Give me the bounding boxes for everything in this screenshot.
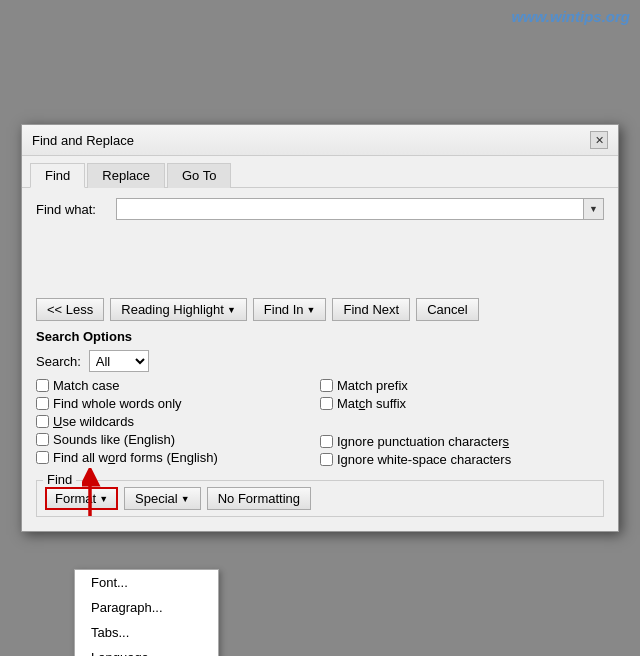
match-case-checkbox[interactable]: Match case — [36, 378, 256, 393]
ignore-punct-input[interactable] — [320, 435, 333, 448]
match-suffix-checkbox[interactable]: Match suffix — [320, 396, 540, 411]
search-label: Search: — [36, 354, 81, 369]
match-prefix-checkbox[interactable]: Match prefix — [320, 378, 540, 393]
word-forms-checkbox[interactable]: Find all word forms (English) — [36, 450, 256, 465]
find-input-wrapper: ▼ — [116, 198, 604, 220]
options-right: Match prefix Match suffix Ignore punctua… — [320, 378, 604, 470]
wildcards-checkbox[interactable]: Use wildcards — [36, 414, 256, 429]
find-section-legend: Find — [43, 472, 76, 487]
tab-goto[interactable]: Go To — [167, 163, 231, 188]
ignore-space-input[interactable] — [320, 453, 333, 466]
match-prefix-input[interactable] — [320, 379, 333, 392]
dialog-title: Find and Replace — [32, 133, 134, 148]
less-button[interactable]: << Less — [36, 298, 104, 321]
whole-words-label: Find whole words only — [53, 396, 182, 411]
whole-words-checkbox[interactable]: Find whole words only — [36, 396, 256, 411]
special-arrow-icon: ▼ — [181, 494, 190, 504]
no-formatting-button[interactable]: No Formatting — [207, 487, 311, 510]
reading-highlight-label: Reading Highlight — [121, 302, 224, 317]
watermark: www.wintips.org — [511, 8, 630, 25]
format-dropdown-menu: Font... Paragraph... Tabs... Language...… — [74, 569, 219, 656]
search-all-row: Search: All Down Up — [36, 350, 604, 372]
match-suffix-label: Match suffix — [337, 396, 406, 411]
match-suffix-input[interactable] — [320, 397, 333, 410]
find-what-input[interactable] — [116, 198, 584, 220]
match-case-label: Match case — [53, 378, 119, 393]
dropdown-item-paragraph[interactable]: Paragraph... — [75, 595, 218, 620]
ignore-punct-label: Ignore punctuation characters — [337, 434, 509, 449]
title-bar: Find and Replace ✕ — [22, 125, 618, 156]
tab-strip: Find Replace Go To — [22, 156, 618, 188]
word-forms-label: Find all word forms (English) — [53, 450, 218, 465]
sounds-like-input[interactable] — [36, 433, 49, 446]
whole-words-input[interactable] — [36, 397, 49, 410]
dropdown-item-font[interactable]: Font... — [75, 570, 218, 595]
word-forms-input[interactable] — [36, 451, 49, 464]
find-in-arrow-icon: ▼ — [307, 305, 316, 315]
search-select[interactable]: All Down Up — [89, 350, 149, 372]
wildcards-input[interactable] — [36, 415, 49, 428]
match-case-input[interactable] — [36, 379, 49, 392]
cancel-button[interactable]: Cancel — [416, 298, 478, 321]
close-button[interactable]: ✕ — [590, 131, 608, 149]
ignore-space-label: Ignore white-space characters — [337, 452, 511, 467]
search-options-label: Search Options — [36, 329, 604, 344]
dropdown-item-tabs[interactable]: Tabs... — [75, 620, 218, 645]
main-button-row: << Less Reading Highlight ▼ Find In ▼ Fi… — [36, 298, 604, 321]
reading-highlight-button[interactable]: Reading Highlight ▼ — [110, 298, 247, 321]
ignore-space-checkbox[interactable]: Ignore white-space characters — [320, 452, 600, 467]
dropdown-item-language[interactable]: Language... — [75, 645, 218, 656]
red-arrow-indicator — [82, 468, 122, 521]
match-prefix-label: Match prefix — [337, 378, 408, 393]
sounds-like-label: Sounds like (English) — [53, 432, 175, 447]
options-left: Match case Find whole words only Use wil… — [36, 378, 320, 470]
special-button[interactable]: Special ▼ — [124, 487, 201, 510]
find-next-button[interactable]: Find Next — [332, 298, 410, 321]
find-in-label: Find In — [264, 302, 304, 317]
tab-replace[interactable]: Replace — [87, 163, 165, 188]
find-in-button[interactable]: Find In ▼ — [253, 298, 327, 321]
wildcards-label: Use wildcards — [53, 414, 134, 429]
special-label: Special — [135, 491, 178, 506]
find-section-buttons: Format ▼ Special ▼ No Formatting — [45, 487, 595, 510]
spacer — [36, 228, 604, 298]
find-what-row: Find what: ▼ — [36, 198, 604, 220]
find-replace-dialog: Find and Replace ✕ Find Replace Go To Fi… — [21, 124, 619, 532]
options-columns: Match case Find whole words only Use wil… — [36, 378, 604, 470]
find-what-label: Find what: — [36, 202, 116, 217]
sounds-like-checkbox[interactable]: Sounds like (English) — [36, 432, 256, 447]
find-input-dropdown-arrow[interactable]: ▼ — [584, 198, 604, 220]
tab-find[interactable]: Find — [30, 163, 85, 188]
ignore-punct-checkbox[interactable]: Ignore punctuation characters — [320, 434, 600, 449]
reading-highlight-arrow-icon: ▼ — [227, 305, 236, 315]
